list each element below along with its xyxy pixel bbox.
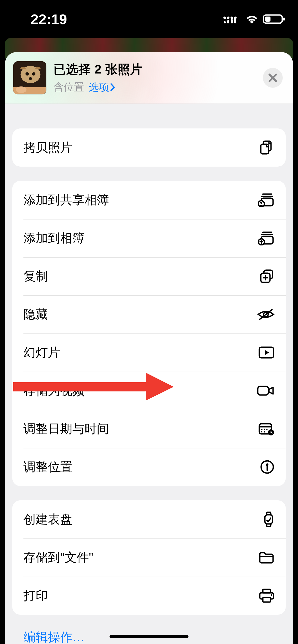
dual-signal-icon bbox=[223, 14, 241, 24]
calendar-clock-icon bbox=[258, 422, 275, 436]
row-label: 添加到相簿 bbox=[23, 230, 85, 246]
action-group: 创建表盘 存储到"文件" 打印 bbox=[12, 500, 286, 615]
video-icon bbox=[257, 385, 275, 397]
svg-point-43 bbox=[266, 429, 268, 430]
svg-point-45 bbox=[264, 431, 265, 433]
sheet-header: 已选择 2 张照片 含位置 选项 bbox=[5, 52, 293, 104]
row-label: 调整位置 bbox=[23, 459, 72, 475]
home-indicator bbox=[110, 635, 188, 638]
row-label: 隐藏 bbox=[23, 306, 48, 323]
row-label: 拷贝照片 bbox=[23, 139, 72, 156]
svg-rect-38 bbox=[258, 386, 268, 395]
action-group: 添加到共享相簿 添加到相簿 复制 隐藏 bbox=[12, 181, 286, 486]
svg-point-24 bbox=[260, 202, 262, 204]
row-create-watchface[interactable]: 创建表盘 bbox=[12, 500, 286, 538]
printer-icon bbox=[259, 588, 275, 603]
row-adjust-location[interactable]: 调整位置 bbox=[12, 448, 286, 486]
watch-icon bbox=[263, 511, 275, 528]
location-circle-icon bbox=[260, 460, 275, 474]
svg-point-15 bbox=[29, 77, 32, 80]
svg-rect-52 bbox=[265, 515, 273, 524]
folder-icon bbox=[258, 551, 275, 564]
share-sheet: 已选择 2 张照片 含位置 选项 拷贝照片 bbox=[5, 52, 293, 644]
hide-icon bbox=[257, 308, 275, 321]
row-label: 创建表盘 bbox=[23, 511, 72, 528]
close-button[interactable] bbox=[263, 68, 283, 88]
svg-rect-7 bbox=[234, 18, 236, 23]
svg-point-42 bbox=[264, 429, 265, 430]
row-label: 存储到"文件" bbox=[23, 549, 93, 566]
row-label: 幻灯片 bbox=[23, 344, 60, 361]
row-add-album[interactable]: 添加到相簿 bbox=[12, 219, 286, 257]
svg-point-0 bbox=[223, 17, 226, 19]
status-bar: 22:19 bbox=[0, 0, 298, 38]
svg-point-2 bbox=[231, 17, 233, 19]
options-label: 选项 bbox=[89, 80, 109, 94]
svg-point-1 bbox=[227, 17, 229, 19]
svg-rect-19 bbox=[261, 144, 268, 154]
svg-point-14 bbox=[32, 72, 35, 75]
row-label: 调整日期与时间 bbox=[23, 421, 109, 437]
options-button[interactable]: 选项 bbox=[89, 80, 116, 94]
row-add-shared-album[interactable]: 添加到共享相簿 bbox=[12, 181, 286, 219]
row-label: 复制 bbox=[23, 268, 48, 284]
row-label: 存储为视频 bbox=[23, 383, 85, 399]
svg-rect-56 bbox=[263, 597, 270, 602]
svg-point-17 bbox=[16, 86, 26, 93]
chevron-right-icon bbox=[110, 83, 116, 92]
row-adjust-datetime[interactable]: 调整日期与时间 bbox=[12, 410, 286, 448]
svg-rect-9 bbox=[265, 17, 270, 22]
row-hide[interactable]: 隐藏 bbox=[12, 295, 286, 333]
copy-doc-icon bbox=[259, 140, 275, 155]
svg-point-44 bbox=[261, 431, 263, 433]
svg-point-57 bbox=[271, 594, 272, 596]
battery-icon bbox=[263, 14, 285, 24]
wifi-icon bbox=[246, 14, 258, 24]
status-time: 22:19 bbox=[31, 11, 67, 27]
duplicate-icon bbox=[259, 269, 275, 284]
row-duplicate[interactable]: 复制 bbox=[12, 257, 286, 295]
sheet-body: 拷贝照片 添加到共享相簿 添加到相簿 复制 bbox=[5, 128, 293, 644]
play-rect-icon bbox=[258, 346, 275, 359]
row-print[interactable]: 打印 bbox=[12, 577, 286, 615]
sheet-titleblock: 已选择 2 张照片 含位置 选项 bbox=[53, 61, 256, 94]
shared-album-icon bbox=[258, 193, 275, 207]
add-album-icon bbox=[258, 231, 275, 245]
status-right bbox=[223, 14, 285, 24]
action-group: 拷贝照片 bbox=[12, 128, 286, 167]
svg-rect-4 bbox=[224, 21, 226, 23]
svg-point-13 bbox=[25, 72, 29, 75]
svg-point-41 bbox=[261, 429, 263, 430]
selection-thumbnail[interactable] bbox=[13, 61, 46, 94]
sheet-title: 已选择 2 张照片 bbox=[53, 61, 256, 78]
close-icon bbox=[268, 73, 278, 83]
location-tag: 含位置 bbox=[53, 80, 84, 94]
row-save-to-files[interactable]: 存储到"文件" bbox=[12, 538, 286, 577]
svg-rect-10 bbox=[283, 18, 285, 21]
row-label: 打印 bbox=[23, 588, 48, 604]
row-save-as-video[interactable]: 存储为视频 bbox=[12, 372, 286, 410]
row-label: 添加到共享相簿 bbox=[23, 192, 109, 208]
svg-rect-6 bbox=[231, 19, 233, 23]
row-slideshow[interactable]: 幻灯片 bbox=[12, 333, 286, 372]
row-copy-photo[interactable]: 拷贝照片 bbox=[12, 128, 286, 167]
svg-rect-5 bbox=[227, 20, 229, 23]
